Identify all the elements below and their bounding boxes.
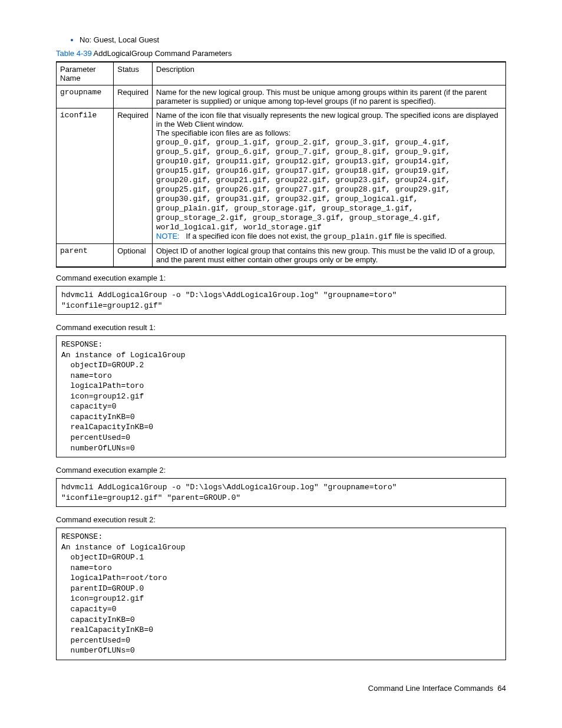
label-result-1: Command execution result 1: (56, 323, 506, 332)
bullet-list: No: Guest, Local Guest (56, 35, 506, 44)
table-caption: Table 4-39 AddLogicalGroup Command Param… (56, 49, 506, 58)
cell-description: Name of the icon file that visually repr… (153, 108, 506, 244)
col-status: Status (114, 62, 153, 85)
code-result-2: RESPONSE: An instance of LogicalGroup ob… (56, 528, 506, 660)
label-example-1: Command execution example 1: (56, 274, 506, 282)
note-label: NOTE: (156, 232, 180, 241)
cell-description: Name for the new logical group. This mus… (153, 85, 506, 108)
iconfile-list: group_0.gif, group_1.gif, group_2.gif, g… (156, 138, 450, 232)
note-text-post: file is specified. (392, 232, 447, 241)
table-caption-link: Table 4-39 (56, 49, 92, 58)
footer-text: Command Line Interface Commands (368, 684, 493, 693)
table-header-row: Parameter Name Status Description (57, 62, 506, 85)
cell-param-name: groupname (57, 85, 114, 108)
cell-param-name: iconfile (57, 108, 114, 244)
footer-page: 64 (498, 684, 506, 693)
cell-status: Required (114, 85, 153, 108)
parameters-table: Parameter Name Status Description groupn… (56, 61, 506, 268)
cell-param-name: parent (57, 244, 114, 268)
label-example-2: Command execution example 2: (56, 466, 506, 475)
table-row: groupname Required Name for the new logi… (57, 85, 506, 108)
label-result-2: Command execution result 2: (56, 515, 506, 524)
iconfile-intro1: Name of the icon file that visually repr… (156, 111, 498, 129)
bullet-item: No: Guest, Local Guest (80, 35, 506, 44)
cell-status: Optional (114, 244, 153, 268)
note-code: group_plain.gif (323, 232, 392, 241)
col-parameter-name: Parameter Name (57, 62, 114, 85)
table-row: parent Optional Object ID of another log… (57, 244, 506, 268)
page-footer: Command Line Interface Commands 64 (56, 684, 506, 693)
code-result-1: RESPONSE: An instance of LogicalGroup ob… (56, 335, 506, 457)
code-example-2: hdvmcli AddLogicalGroup -o "D:\logs\AddL… (56, 478, 506, 507)
table-row: iconfile Required Name of the icon file … (57, 108, 506, 244)
cell-description: Object ID of another logical group that … (153, 244, 506, 268)
cell-status: Required (114, 108, 153, 244)
iconfile-intro2: The specifiable icon files are as follow… (156, 129, 290, 137)
note-text-pre: If a specified icon file does not exist,… (186, 232, 323, 241)
col-description: Description (153, 62, 506, 85)
code-example-1: hdvmcli AddLogicalGroup -o "D:\logs\AddL… (56, 286, 506, 315)
table-caption-text: AddLogicalGroup Command Parameters (92, 49, 232, 58)
